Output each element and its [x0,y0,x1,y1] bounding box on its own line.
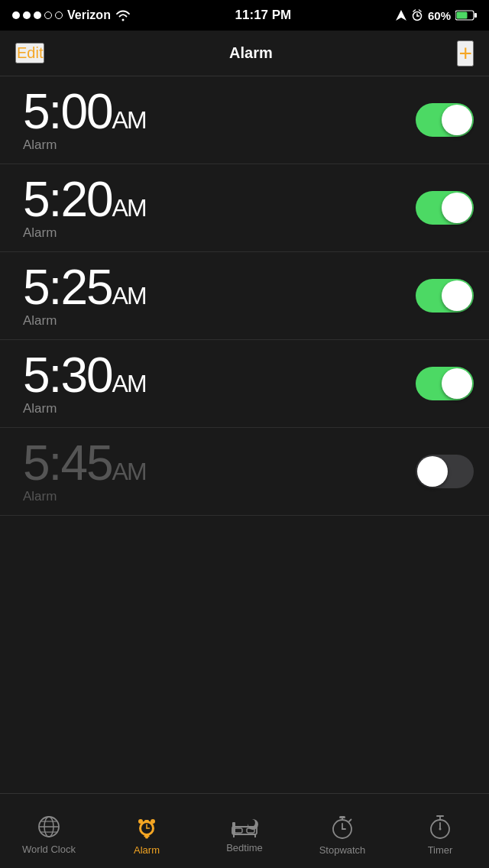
alarm-label-4: Alarm [23,401,146,416]
toggle-knob-2 [442,193,472,223]
tab-world-clock[interactable]: World Clock [0,807,98,855]
alarm-item-5[interactable]: 5:45AM Alarm [0,428,489,516]
svg-point-20 [138,819,143,824]
tab-timer-label: Timer [428,844,453,856]
page-title: Alarm [229,44,273,62]
alarm-ampm-2: AM [112,194,146,222]
status-left: Verizon [12,8,131,22]
alarm-time-5: 5:45AM [23,439,146,487]
alarm-toggle-2[interactable] [416,191,474,225]
svg-point-21 [151,819,155,824]
tab-stopwatch[interactable]: Stopwatch [293,806,391,856]
alarm-ampm-5: AM [112,458,146,485]
alarm-label-1: Alarm [23,138,146,153]
wifi-icon [115,9,131,21]
alarm-tab-icon [134,814,160,840]
svg-marker-0 [396,10,406,21]
dot-3 [34,11,41,19]
svg-rect-16 [145,837,148,839]
dot-4 [44,11,52,19]
alarm-info-3: 5:25AM Alarm [23,263,146,329]
toggle-knob-4 [442,368,472,399]
svg-line-34 [349,820,351,822]
alarm-ampm-3: AM [112,282,146,309]
timer-icon [429,814,452,840]
status-bar: Verizon 11:17 PM 60% [0,0,489,31]
svg-rect-22 [144,820,149,822]
alarm-time-1: 5:00AM [23,87,146,136]
tab-bedtime-label: Bedtime [226,842,263,853]
alarm-item-1[interactable]: 5:00AM Alarm [0,76,489,164]
alarm-toggle-3[interactable] [416,279,474,313]
alarm-info-5: 5:45AM Alarm [23,439,146,504]
status-right: 60% [396,9,477,22]
tab-world-clock-label: World Clock [22,844,76,855]
svg-rect-30 [339,816,345,818]
alarm-time-3: 5:25AM [23,263,146,312]
svg-line-5 [419,10,421,11]
world-clock-icon [37,815,61,839]
add-alarm-button[interactable]: + [457,40,474,66]
location-icon [396,10,406,21]
alarm-label-3: Alarm [23,313,146,329]
alarm-item-3[interactable]: 5:25AM Alarm [0,252,489,340]
svg-rect-7 [474,13,477,18]
alarm-list: 5:00AM Alarm 5:20AM Alarm 5:25AM Alarm [0,76,489,793]
svg-point-37 [439,828,442,831]
tab-alarm[interactable]: Alarm [98,806,196,856]
battery-icon [455,10,477,21]
dot-2 [23,11,31,19]
alarm-toggle-5[interactable] [416,455,474,488]
alarm-ampm-4: AM [112,370,146,397]
tab-bar: World Clock Alarm [0,793,489,868]
tab-alarm-label: Alarm [134,844,160,856]
bedtime-icon [231,816,258,837]
dot-5 [55,11,63,19]
alarm-info-1: 5:00AM Alarm [23,87,146,153]
toggle-knob-1 [442,105,472,135]
edit-button[interactable]: Edit [15,43,44,63]
svg-rect-26 [232,822,235,834]
tab-stopwatch-label: Stopwatch [319,844,366,856]
dot-1 [12,11,20,19]
alarm-toggle-4[interactable] [416,367,474,400]
alarm-time-2: 5:20AM [23,175,146,224]
alarm-item-2[interactable]: 5:20AM Alarm [0,164,489,252]
alarm-info-4: 5:30AM Alarm [23,351,146,416]
alarm-ampm-1: AM [112,106,146,134]
toggle-knob-5 [417,456,448,487]
alarm-toggle-1[interactable] [416,103,474,137]
alarm-label-5: Alarm [23,489,146,504]
stopwatch-icon [331,814,354,840]
alarm-label-2: Alarm [23,225,146,241]
battery-percent: 60% [428,9,451,22]
alarm-time-4: 5:30AM [23,351,146,400]
svg-rect-24 [235,828,242,833]
tab-timer[interactable]: Timer [391,806,489,856]
carrier-label: Verizon [67,8,111,22]
nav-bar: Edit Alarm + [0,31,489,76]
alarm-info-2: 5:20AM Alarm [23,175,146,241]
svg-rect-8 [456,12,467,19]
status-time: 11:17 PM [235,8,292,23]
signal-dots [12,11,63,19]
alarm-status-icon [411,9,423,21]
svg-line-4 [413,10,416,11]
tab-bedtime[interactable]: Bedtime [196,808,293,853]
toggle-knob-3 [442,280,472,311]
alarm-item-4[interactable]: 5:30AM Alarm [0,340,489,428]
